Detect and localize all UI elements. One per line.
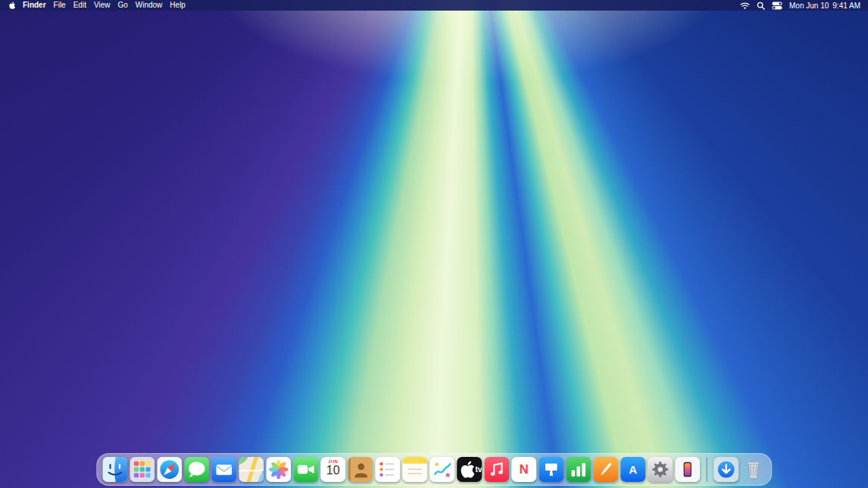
trash-icon — [741, 457, 766, 482]
dock-item-safari[interactable] — [157, 457, 182, 482]
menu-bar-time: 9:41 AM — [832, 2, 860, 10]
app-store-letter: A — [629, 464, 637, 475]
music-icon — [484, 457, 509, 482]
downloads-icon — [713, 457, 738, 482]
pages-icon — [593, 457, 618, 482]
menu-window[interactable]: Window — [136, 0, 163, 11]
dock-item-messages[interactable] — [184, 457, 209, 482]
dock: JUN 10 — [96, 453, 772, 486]
desktop-wallpaper[interactable] — [0, 0, 868, 488]
dock-item-photos[interactable] — [266, 457, 291, 482]
dock-item-keynote[interactable] — [539, 457, 564, 482]
iphone-mirroring-icon — [675, 457, 700, 482]
news-letter: N — [520, 463, 529, 476]
calendar-day-label: 10 — [326, 465, 340, 477]
dock-item-reminders[interactable] — [375, 457, 400, 482]
finder-icon — [102, 457, 127, 482]
notes-icon — [402, 457, 427, 482]
safari-icon — [157, 457, 182, 482]
dock-divider — [706, 457, 707, 482]
tv-label: tv — [476, 465, 482, 474]
dock-item-launchpad[interactable] — [130, 457, 155, 482]
maps-icon — [239, 457, 264, 482]
wifi-icon[interactable] — [740, 2, 750, 9]
menu-bar-date: Mon Jun 10 — [789, 2, 829, 10]
dock-item-maps[interactable] — [239, 457, 264, 482]
dock-item-system-settings[interactable] — [648, 457, 673, 482]
menu-go[interactable]: Go — [117, 0, 127, 11]
menu-bar-clock[interactable]: Mon Jun 10 9:41 AM — [789, 2, 860, 10]
dock-item-facetime[interactable] — [293, 457, 318, 482]
mail-icon — [211, 457, 236, 482]
dock-item-mail[interactable] — [211, 457, 236, 482]
app-menu-finder[interactable]: Finder — [23, 0, 46, 11]
dock-item-music[interactable] — [484, 457, 509, 482]
dock-item-pages[interactable] — [593, 457, 618, 482]
apple-menu[interactable] — [8, 1, 15, 10]
launchpad-icon — [130, 457, 155, 482]
dock-item-freeform[interactable] — [429, 457, 454, 482]
dock-item-iphone-mirroring[interactable] — [675, 457, 700, 482]
facetime-icon — [293, 457, 318, 482]
reminders-icon — [375, 457, 400, 482]
control-center-icon[interactable] — [772, 2, 782, 10]
photos-icon — [266, 457, 291, 482]
menu-bar: Finder File Edit View Go Window Help Mon… — [0, 0, 868, 11]
search-icon[interactable] — [757, 2, 765, 10]
system-settings-icon — [648, 457, 673, 482]
dock-item-app-store[interactable]: A — [620, 457, 645, 482]
dock-item-numbers[interactable] — [566, 457, 591, 482]
menu-view[interactable]: View — [94, 0, 111, 11]
numbers-icon — [566, 457, 591, 482]
dock-item-news[interactable]: N — [511, 457, 536, 482]
menu-edit[interactable]: Edit — [73, 0, 86, 11]
contacts-icon — [348, 457, 373, 482]
dock-item-notes[interactable] — [402, 457, 427, 482]
dock-item-finder[interactable] — [102, 457, 127, 482]
dock-item-calendar[interactable]: JUN 10 — [320, 457, 345, 482]
menu-bar-left: Finder File Edit View Go Window Help — [8, 0, 186, 11]
menu-bar-right: Mon Jun 10 9:41 AM — [740, 2, 860, 10]
keynote-icon — [539, 457, 564, 482]
dock-item-trash[interactable] — [741, 457, 766, 482]
dock-item-tv[interactable]: tv — [457, 457, 482, 482]
dock-item-contacts[interactable] — [348, 457, 373, 482]
menu-help[interactable]: Help — [170, 0, 186, 11]
dock-item-downloads[interactable] — [713, 457, 738, 482]
messages-icon — [184, 457, 209, 482]
apple-logo-icon — [8, 1, 15, 10]
freeform-icon — [429, 457, 454, 482]
menu-file[interactable]: File — [54, 0, 66, 11]
tv-apple-logo-icon — [457, 457, 474, 482]
